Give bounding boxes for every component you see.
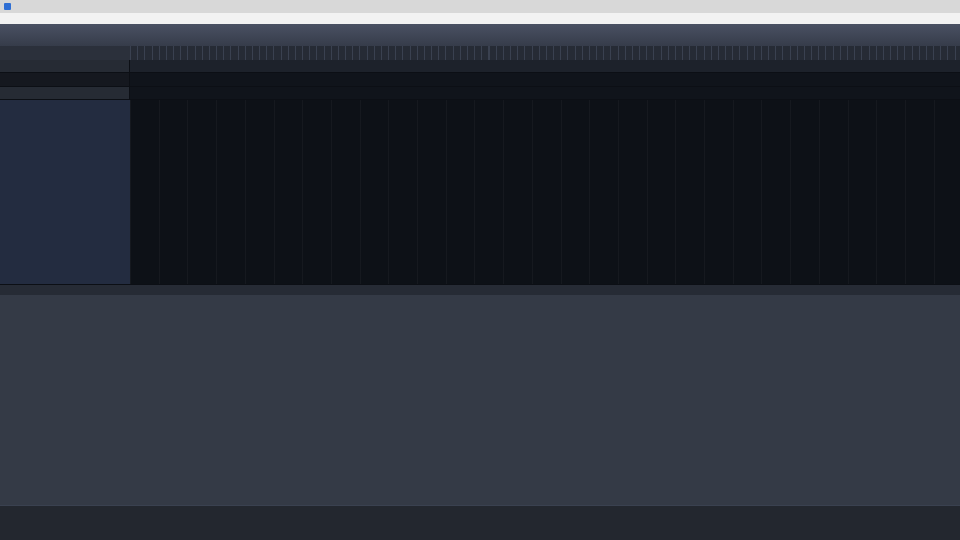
arrange-lane[interactable] — [130, 73, 960, 87]
clip-area[interactable] — [130, 100, 960, 284]
track-list — [0, 100, 130, 284]
main-toolbar — [0, 24, 960, 47]
mixer-console — [0, 295, 960, 505]
status-bar — [0, 505, 960, 540]
chord-lane-header — [0, 87, 130, 100]
arrange-body — [0, 100, 960, 284]
arrange-lane-header — [0, 73, 130, 87]
title-bar — [0, 0, 960, 13]
app-icon — [4, 3, 11, 10]
studio-one-window: { "window":{"title":"Studio One - 2021-0… — [0, 0, 960, 540]
ruler-ticks[interactable] — [130, 46, 960, 60]
marker-lane-header — [0, 60, 130, 73]
timeline-ruler[interactable] — [0, 46, 960, 61]
marker-lane[interactable] — [130, 60, 960, 73]
arrange-tool-strip — [0, 46, 131, 60]
chord-lane[interactable] — [130, 87, 960, 100]
